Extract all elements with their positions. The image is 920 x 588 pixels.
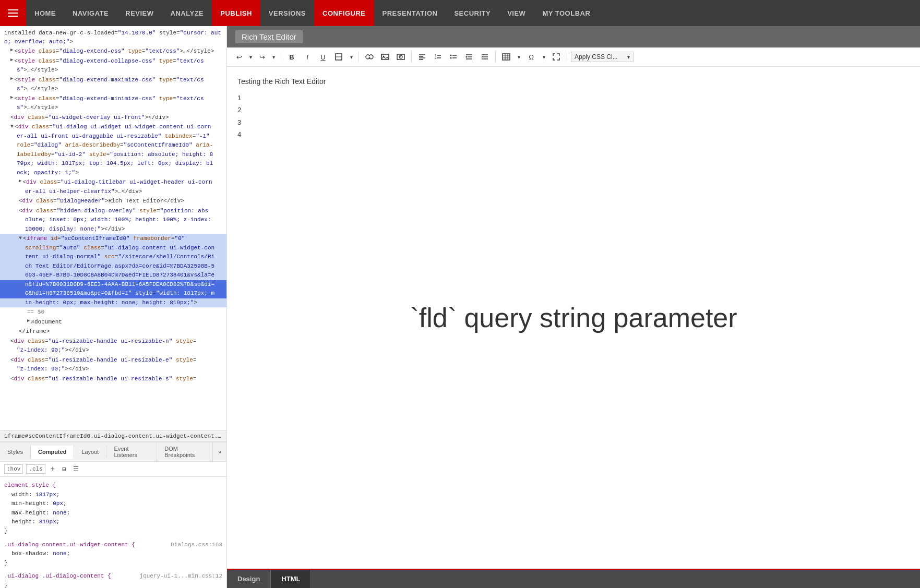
rte-big-text: `fld` query string parameter: [410, 302, 737, 333]
settings-button[interactable]: ☰: [71, 464, 81, 474]
underline-button[interactable]: U: [316, 51, 330, 63]
rte-content-area[interactable]: Testing the Rich Text Editor 1 2 3 4 `fl…: [227, 67, 920, 569]
rte-panel: Rich Text Editor ↩ ▾ ↪ ▾ B I U ▾: [227, 26, 920, 588]
align-left-button[interactable]: [415, 51, 429, 63]
code-line: ▶ <style class="dialog-extend-minimize-c…: [0, 94, 226, 104]
css-class-dropdown[interactable]: Apply CSS Cl... ▾: [571, 52, 634, 62]
code-line: ▶ <style class="dialog-extend-css" type=…: [0, 46, 226, 56]
rte-line-2: 2: [237, 104, 910, 116]
css-rule-ui-dialog: .ui-dialog .ui-dialog-content { jquery-u…: [4, 572, 222, 588]
nav-item-security[interactable]: SECURITY: [446, 0, 499, 26]
image-button[interactable]: [378, 51, 392, 63]
table-arrow[interactable]: ▾: [515, 51, 522, 63]
toolbar-separator-2: [359, 52, 359, 62]
tab-event-listeners[interactable]: Event Listeners: [106, 442, 157, 461]
special-char-arrow[interactable]: ▾: [540, 51, 547, 63]
hamburger-icon: [8, 9, 18, 17]
undo-button[interactable]: ↩: [232, 51, 246, 63]
code-line: <div class="ui-widget-overlay ui-front">…: [0, 113, 226, 123]
nav-item-publish[interactable]: PUBLISH: [212, 0, 260, 26]
media-button[interactable]: [394, 51, 408, 63]
devtools-panel: installed data-new-gr-c-s-loaded="14.107…: [0, 26, 227, 588]
undo-arrow[interactable]: ▾: [247, 51, 254, 63]
code-line: ▶ #document: [0, 317, 226, 327]
code-line-selected: ch Text Editor/EditorPage.aspx?da=core&i…: [0, 262, 226, 271]
style-button[interactable]: [332, 51, 345, 63]
rte-title-bar: Rich Text Editor: [227, 26, 920, 47]
code-line: </iframe>: [0, 327, 226, 337]
table-button[interactable]: [499, 51, 513, 63]
style-arrow[interactable]: ▾: [348, 51, 355, 63]
css-content[interactable]: element.style { width: 1817px; min-heigh…: [0, 477, 226, 588]
code-line-selected: scrolling="auto" class="ui-dialog-conten…: [0, 244, 226, 253]
code-line: <div class="DialogHeader">Rich Text Edit…: [0, 196, 226, 206]
code-line: "z-index: 90;"></div>: [0, 365, 226, 374]
code-line: 79px; width: 1817px; top: 104.5px; left:…: [0, 159, 226, 169]
code-line: <div class="hidden-dialog-overlay" style…: [0, 206, 226, 216]
nav-item-configure[interactable]: CONFIGURE: [314, 0, 374, 26]
code-line: labelledby="ui-id-2" style="position: ab…: [0, 150, 226, 160]
nav-item-home[interactable]: HOME: [26, 0, 64, 26]
code-line-selected: 693-45EF-B7B0-10D8CBA8B04D%7D&ed=FIELD87…: [0, 271, 226, 280]
css-class-dropdown-arrow: ▾: [627, 54, 630, 60]
devtools-tab-bar: Styles Computed Layout Event Listeners D…: [0, 442, 226, 462]
indent-button[interactable]: [478, 51, 492, 63]
code-line: er-all ui-front ui-draggable ui-resizabl…: [0, 132, 226, 141]
code-line: == $0: [0, 307, 226, 317]
tab-more-button[interactable]: »: [213, 446, 226, 458]
code-area[interactable]: installed data-new-gr-c-s-loaded="14.107…: [0, 26, 226, 430]
tab-layout[interactable]: Layout: [74, 446, 106, 458]
nav-item-versions[interactable]: VERSIONS: [260, 0, 314, 26]
nav-item-presentation[interactable]: PRESENTATION: [374, 0, 446, 26]
filter-button[interactable]: ⊟: [60, 464, 68, 474]
outdent-button[interactable]: [462, 51, 476, 63]
hamburger-menu-button[interactable]: [0, 0, 26, 26]
redo-button[interactable]: ↪: [255, 51, 269, 63]
nav-item-my-toolbar[interactable]: MY TOOLBAR: [534, 0, 599, 26]
top-navigation: HOME NAVIGATE REVIEW ANALYZE PUBLISH VER…: [0, 0, 920, 26]
code-line: er-all ui-helper-clearfix">…</div>: [0, 187, 226, 197]
code-line: ock; opacity: 1;">: [0, 169, 226, 178]
nav-item-analyze[interactable]: ANALYZE: [162, 0, 212, 26]
rte-line-4: 4: [237, 128, 910, 140]
code-line: <div class="ui-resizable-handle ui-resiz…: [0, 355, 226, 365]
code-line: 10000; display: none;"></div>: [0, 225, 226, 234]
add-style-button[interactable]: +: [49, 464, 57, 474]
nav-item-review[interactable]: REVIEW: [117, 0, 162, 26]
code-line-selected: 0&hd1=H872738510&mo&pe=0&fbd=1" style="w…: [0, 289, 226, 298]
tab-dom-breakpoints[interactable]: DOM Breakpoints: [157, 442, 213, 461]
rte-heading: Testing the Rich Text Editor: [237, 77, 910, 86]
rte-line-1: 1: [237, 92, 910, 104]
code-line: ▶ <style class="dialog-extend-maximize-c…: [0, 75, 226, 85]
unordered-list-button[interactable]: [447, 51, 460, 63]
tab-styles[interactable]: Styles: [0, 446, 31, 458]
hov-button[interactable]: :hov: [4, 464, 23, 474]
rte-tab-design[interactable]: Design: [227, 570, 271, 588]
css-class-dropdown-label: Apply CSS Cl...: [575, 53, 618, 61]
code-line: installed data-new-gr-c-s-loaded="14.107…: [0, 28, 226, 46]
undo-redo-group: ↩ ▾ ↪ ▾: [232, 51, 277, 63]
nav-item-view[interactable]: VIEW: [499, 0, 534, 26]
css-rule-dialog-content: .ui-dialog-content.ui-widget-content { D…: [4, 541, 222, 568]
code-line-selected: in-height: 0px; max-height: none; height…: [0, 298, 226, 308]
bold-button[interactable]: B: [285, 51, 298, 63]
svg-point-20: [450, 57, 452, 59]
special-char-button[interactable]: Ω: [524, 51, 538, 63]
code-line-selected: ▼ <iframe id="scContentIframeId0" frameb…: [0, 234, 226, 244]
code-line-selected: tent ui-dialog-normal" src="/sitecore/sh…: [0, 253, 226, 262]
toolbar-separator-5: [567, 52, 567, 62]
svg-point-18: [450, 55, 452, 56]
rte-line-3: 3: [237, 116, 910, 128]
main-layout: installed data-new-gr-c-s-loaded="14.107…: [0, 26, 920, 588]
tab-computed[interactable]: Computed: [31, 446, 74, 459]
cls-button[interactable]: .cls: [26, 464, 45, 474]
nav-item-navigate[interactable]: NAVIGATE: [64, 0, 117, 26]
ordered-list-button[interactable]: 1.2.: [431, 51, 445, 63]
italic-button[interactable]: I: [301, 51, 314, 63]
rte-tab-html[interactable]: HTML: [271, 570, 311, 588]
code-line: s">…</style>: [0, 66, 226, 75]
rte-toolbar: ↩ ▾ ↪ ▾ B I U ▾: [227, 47, 920, 67]
redo-arrow[interactable]: ▾: [270, 51, 277, 63]
hyperlink-button[interactable]: [363, 51, 376, 63]
fullscreen-button[interactable]: [549, 51, 563, 63]
